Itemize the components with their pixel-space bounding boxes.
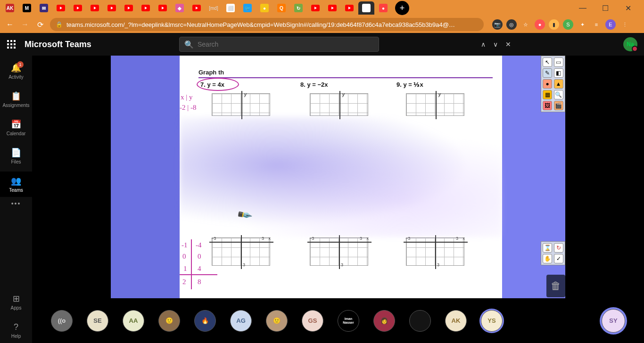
annotation-line <box>191 239 192 289</box>
browser-tab[interactable] <box>324 1 340 15</box>
browser-tab[interactable]: ◆ <box>172 1 188 15</box>
svg-rect-16 <box>14 43 16 45</box>
tool-pointer-icon[interactable]: ↖ <box>543 57 552 67</box>
tool-hand-icon[interactable]: ✋ <box>543 254 552 263</box>
participant-avatar[interactable]: 🙂 <box>266 310 288 332</box>
tool-eraser-icon[interactable]: ◧ <box>554 68 563 78</box>
rail-item-files[interactable]: 📄Files <box>0 143 32 169</box>
browser-tab[interactable] <box>189 1 205 15</box>
browser-tab[interactable] <box>341 1 357 15</box>
extension-icon[interactable]: ☆ <box>520 19 531 30</box>
grid-7-top: y <box>212 93 270 116</box>
tool-select-icon[interactable]: ▭ <box>554 57 563 67</box>
search-input[interactable] <box>198 41 374 48</box>
extension-icon[interactable]: ≡ <box>591 19 602 30</box>
search-close-button[interactable]: ✕ <box>505 41 511 48</box>
trash-icon[interactable]: 🗑 <box>546 275 565 297</box>
extension-icon[interactable]: ⋮ <box>619 19 630 30</box>
window-minimize-button[interactable]: — <box>576 4 589 13</box>
participant-avatar[interactable]: ((o <box>51 310 73 332</box>
tool-text-icon[interactable]: ▦ <box>543 90 552 99</box>
app-launcher-button[interactable] <box>0 40 23 49</box>
new-tab-button[interactable]: + <box>395 1 409 15</box>
browser-tab[interactable] <box>70 1 86 15</box>
grid-8-bottom: −3 3 x 3 <box>310 237 368 266</box>
nav-forward-button[interactable]: → <box>20 20 30 29</box>
extension-icon[interactable]: ✦ <box>577 19 587 30</box>
participant-avatar-me[interactable]: SY <box>602 309 625 333</box>
participant-avatar[interactable] <box>409 310 431 332</box>
browser-tab[interactable]: AK <box>2 1 18 15</box>
browser-tab[interactable] <box>307 1 323 15</box>
participant-avatar[interactable]: AA <box>123 310 144 332</box>
tool-refresh-icon[interactable]: ↻ <box>554 243 563 253</box>
browser-tab[interactable] <box>87 1 103 15</box>
browser-tab[interactable]: ● <box>375 1 391 15</box>
browser-tab[interactable]: Q <box>273 1 289 15</box>
rail-item-calendar[interactable]: 📅Calendar <box>0 115 32 140</box>
browser-tab[interactable] <box>53 1 69 15</box>
rail-item-help[interactable]: ?Help <box>0 318 32 343</box>
browser-tab[interactable]: ✉ <box>36 1 52 15</box>
annotation: -1 <box>182 241 188 249</box>
me-avatar[interactable]: Na <box>623 37 637 51</box>
address-bar[interactable]: 🔒 teams.microsoft.com/_?lm=deeplink&lmsr… <box>50 18 484 31</box>
extension-icon[interactable]: ● <box>535 19 545 30</box>
browser-tab[interactable]: ⊞ <box>358 1 374 15</box>
participant-avatar[interactable]: AK <box>445 310 467 332</box>
rail-item-teams[interactable]: 👥Teams <box>0 172 32 197</box>
rail-item-activity[interactable]: 🔔Activity1 <box>0 58 32 84</box>
tool-video-icon[interactable]: 🎬 <box>554 101 563 110</box>
tool-zoom-icon[interactable]: 🔍 <box>554 90 563 99</box>
extension-icon[interactable]: 📷 <box>492 19 503 30</box>
rail-label: Teams <box>9 188 23 193</box>
badge: 1 <box>17 61 24 68</box>
rail-label: Help <box>11 334 21 339</box>
browser-tab[interactable]: ↻ <box>290 1 306 15</box>
window-close-button[interactable]: ✕ <box>621 4 635 13</box>
browser-tab[interactable]: 🐦 <box>239 1 256 15</box>
participant-avatar[interactable]: 🔥 <box>194 310 216 332</box>
browser-tab[interactable] <box>138 1 154 15</box>
rail-label: Assignments <box>2 103 29 108</box>
browser-tab[interactable] <box>155 1 171 15</box>
browser-tab[interactable]: ⬜ <box>223 1 239 15</box>
participant-avatar[interactable]: 👩 <box>373 310 395 332</box>
rail-item-apps[interactable]: ⊞Apps <box>0 289 32 315</box>
extension-icon[interactable]: S <box>563 19 573 30</box>
tool-stamp-icon[interactable]: ✓ <box>554 254 563 263</box>
extension-tray: 📷◎☆●▮S✦≡E⋮ <box>492 19 630 30</box>
nav-reload-button[interactable]: ⟳ <box>35 20 45 29</box>
search-popup-controls: ∧ ∨ ✕ <box>481 41 511 48</box>
search-next-button[interactable]: ∨ <box>493 41 498 48</box>
tool-pen-icon[interactable]: ✎ <box>543 68 552 78</box>
participant-avatar[interactable]: 🙂 <box>158 310 180 332</box>
search-box[interactable]: 🔍 <box>179 37 379 52</box>
svg-rect-10 <box>345 5 354 11</box>
rail-more-button[interactable]: ••• <box>11 200 21 214</box>
extension-icon[interactable]: ◎ <box>506 19 517 30</box>
tool-timer-icon[interactable]: ⌛ <box>543 243 552 253</box>
browser-tab[interactable]: [md] <box>206 1 222 15</box>
whiteboard-toolbar: ↖▭ ✎◧ ●▲ ▦🔍 🖼🎬 <box>541 56 565 112</box>
browser-tab[interactable]: ● <box>256 1 272 15</box>
rail-item-assignments[interactable]: 📋Assignments <box>0 87 32 112</box>
svg-rect-3 <box>107 5 116 11</box>
nav-back-button[interactable]: ← <box>5 20 15 29</box>
browser-tab[interactable] <box>121 1 137 15</box>
browser-tab[interactable]: M <box>19 1 35 15</box>
extension-icon[interactable]: ▮ <box>549 19 559 30</box>
participant-avatar[interactable]: SE <box>87 310 108 332</box>
extension-icon[interactable]: E <box>605 19 616 30</box>
search-prev-button[interactable]: ∧ <box>481 41 486 48</box>
tool-fill-icon[interactable]: ▲ <box>554 79 563 89</box>
participant-avatar[interactable]: YS <box>481 310 503 332</box>
tool-shape-icon[interactable]: ● <box>543 79 552 89</box>
participant-avatar[interactable]: ImanNasser <box>338 310 359 332</box>
participant-avatar[interactable]: GS <box>302 310 323 332</box>
window-maximize-button[interactable]: ☐ <box>599 4 612 13</box>
svg-rect-4 <box>124 5 133 11</box>
browser-tab[interactable] <box>104 1 120 15</box>
tool-image-icon[interactable]: 🖼 <box>543 101 552 110</box>
participant-avatar[interactable]: AG <box>230 310 252 332</box>
